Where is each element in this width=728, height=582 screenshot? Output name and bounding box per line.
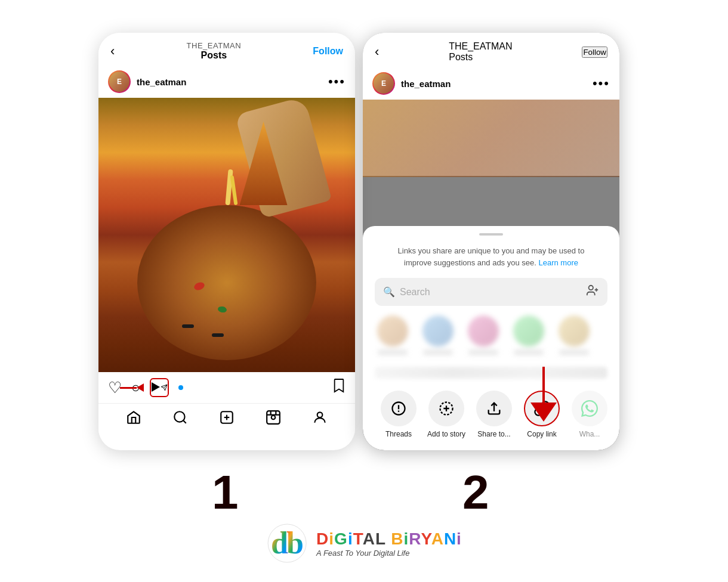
svg-point-12 [317,412,323,417]
header-title-block: THE_EATMAN Posts [187,41,241,61]
search-bar: 🔍 Search [375,278,607,306]
nav-search-button[interactable] [172,410,188,429]
post-image [98,98,355,372]
whatsapp-icon [572,391,607,426]
person-item [556,315,592,355]
share-option-add-story[interactable]: Add to story [422,391,470,438]
send-icon-wrapper [150,378,169,397]
person-item [465,315,501,355]
logo-letter-l: L [375,530,386,548]
more-options-button[interactable]: ••• [328,74,346,89]
profile-bar: E the_eatman ••• [98,66,355,98]
db-logo-icon: d b [266,522,308,564]
svg-point-8 [272,416,276,420]
logo-letter-an: Y [421,530,431,548]
right-follow-button[interactable]: Follow [582,47,607,58]
person-item [375,315,411,355]
right-profile-username: the_eatman [401,79,587,89]
header-username: THE_EATMAN [187,41,241,50]
search-input[interactable]: Search [400,287,581,298]
person-avatar [468,315,499,346]
profile-username: the_eatman [137,77,322,87]
save-button[interactable] [332,378,346,397]
logo-letter-t: T [353,530,363,548]
svg-text:b: b [286,526,304,560]
share-option-share-to[interactable]: Share to... [470,391,518,438]
person-avatar [377,315,408,346]
logo-letter-d: D [316,530,329,548]
person-name [468,350,498,355]
back-button[interactable]: ‹ [110,44,115,59]
threads-icon [381,391,417,426]
svg-line-3 [183,420,186,423]
person-avatar [422,315,454,346]
learn-more-link[interactable]: Learn more [539,258,578,267]
right-phone: ‹ THE_EATMAN Posts Follow E the_eatman •… [363,33,619,450]
red-arrow-indicator [530,367,557,422]
share-info-line1: Links you share are unique to you and ma… [398,246,585,255]
person-name [423,350,453,355]
header-posts-label: Posts [187,50,241,61]
share-info-text: Links you share are unique to you and ma… [375,245,607,268]
right-header-title-block: THE_EATMAN Posts [449,41,512,63]
copy-link-label: Copy link [527,430,556,438]
step-number-2: 2 [462,465,489,520]
logo-subtitle: A Feast To Your Digital Life [316,549,462,558]
add-story-label: Add to story [427,430,465,438]
person-name [514,350,544,355]
share-to-icon [476,391,512,426]
person-item [511,315,547,355]
red-left-arrow [120,383,144,392]
right-avatar: E [372,72,395,95]
right-more-options-button[interactable]: ••• [593,76,610,91]
svg-text:d: d [271,526,288,560]
person-item [420,315,456,355]
suggested-people-row [375,315,607,355]
pizza-base [137,205,316,360]
right-phone-header: ‹ THE_EATMAN Posts Follow [363,33,619,67]
svg-rect-7 [267,411,280,424]
pizza-olive-2 [212,333,224,337]
logo-main-title: DiGiTAL BiRYANi [316,530,462,549]
post-actions-bar: ♡ ○ [98,372,355,403]
step-number-1: 1 [212,465,239,520]
add-people-icon[interactable] [586,284,599,300]
arrow-shaft [542,367,545,403]
logo-section: d b DiGiTAL BiRYANi A Feast To Your Digi… [266,522,462,564]
logo-letter-a2: A [431,530,444,548]
right-header-posts-label: Posts [449,52,512,63]
arrow-shaft [120,387,137,389]
follow-button[interactable]: Follow [313,46,343,57]
avatar: E [108,70,131,93]
nav-home-button[interactable] [126,410,141,429]
person-name [559,350,589,355]
share-options-row: Threads Add to story [375,391,607,438]
logo-letter-b: B [391,530,403,548]
logo-letter-a: A [363,530,375,548]
nav-profile-button[interactable] [312,410,328,429]
logo-letter-y: R [409,530,421,548]
right-back-button[interactable]: ‹ [375,44,379,60]
whatsapp-label: Wha... [579,430,600,438]
logo-letter-i: i [329,530,334,548]
add-story-icon [428,391,464,426]
activity-dot [178,385,183,390]
avatar-inner: E [109,72,129,92]
share-option-whatsapp[interactable]: Wha... [566,391,607,438]
bottom-nav [98,403,355,435]
right-header-username: THE_EATMAN [449,41,512,52]
person-avatar [559,315,590,346]
left-phone-header: ‹ THE_EATMAN Posts Follow [98,33,355,66]
nav-create-button[interactable] [219,410,235,429]
share-button[interactable] [150,378,169,397]
person-avatar [513,315,544,346]
search-icon: 🔍 [383,286,395,298]
nav-reels-button[interactable] [266,410,281,429]
share-option-threads[interactable]: Threads [375,391,422,438]
pizza-olive [182,324,194,328]
logo-letter-i2: i [348,530,353,548]
threads-label: Threads [385,430,412,438]
post-thumbnail-preview [363,100,619,177]
logo-text: DiGiTAL BiRYANi A Feast To Your Digital … [316,530,462,558]
recent-text-bar [375,367,607,379]
